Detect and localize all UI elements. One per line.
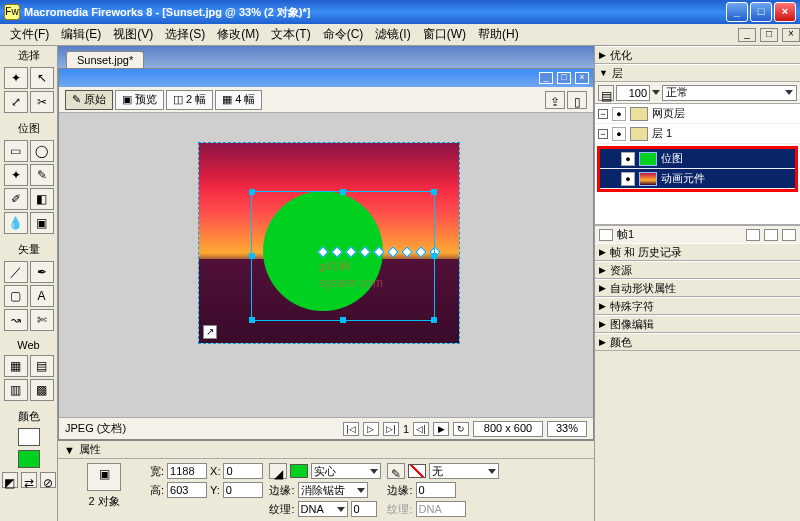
fill-picker-icon[interactable]: ◢ [269, 463, 287, 479]
y-input[interactable] [223, 482, 263, 498]
sel-handle[interactable] [340, 189, 346, 195]
show-slice-tool[interactable]: ▩ [30, 379, 54, 401]
layer-row-web[interactable]: − ● 网页层 [595, 104, 800, 124]
fill-type-dd[interactable]: 实心 [311, 463, 381, 479]
delete-layer-icon[interactable] [782, 229, 796, 241]
stroke-edge-input[interactable] [416, 482, 456, 498]
layer-item-bitmap[interactable]: ● 位图 [600, 149, 795, 169]
view-4up[interactable]: ▦4 幅 [215, 90, 262, 110]
mdi-minimize[interactable]: _ [738, 28, 756, 42]
selection-frame[interactable] [251, 191, 435, 321]
hide-slice-tool[interactable]: ▥ [4, 379, 28, 401]
text-tool[interactable]: A [30, 285, 54, 307]
panel-layers[interactable]: ▼层 [595, 64, 800, 82]
mdi-close[interactable]: × [782, 28, 800, 42]
zoom-dd[interactable]: 33% [547, 421, 587, 437]
x-input[interactable] [223, 463, 263, 479]
view-original[interactable]: ✎原始 [65, 90, 113, 110]
brush-tool[interactable]: ✎ [30, 164, 54, 186]
lasso-tool[interactable]: ◯ [30, 140, 54, 162]
marquee-tool[interactable]: ▭ [4, 140, 28, 162]
menu-select[interactable]: 选择(S) [159, 24, 211, 45]
panel-optimize[interactable]: ▶优化 [595, 46, 800, 64]
menu-window[interactable]: 窗口(W) [417, 24, 472, 45]
stroke-color-swatch[interactable] [408, 464, 426, 478]
eye-icon[interactable]: ● [612, 107, 626, 121]
fill-texture-dd[interactable]: DNA [298, 501, 348, 517]
menu-view[interactable]: 视图(V) [107, 24, 159, 45]
minimize-button[interactable]: _ [726, 2, 748, 22]
doc-restore[interactable]: □ [557, 72, 571, 84]
fill-color-swatch[interactable] [290, 464, 308, 478]
doc-close[interactable]: × [575, 72, 589, 84]
scale-tool[interactable]: ⤢ [4, 91, 28, 113]
maximize-button[interactable]: □ [750, 2, 772, 22]
height-input[interactable] [167, 482, 207, 498]
fill-texture-pct[interactable] [351, 501, 377, 517]
canvas-size-dd[interactable]: 800 x 600 [473, 421, 543, 437]
width-input[interactable] [167, 463, 207, 479]
eye-icon[interactable]: ● [612, 127, 626, 141]
play-next[interactable]: ▷| [383, 422, 399, 436]
opacity-dd-icon[interactable] [652, 90, 660, 95]
play-prev2[interactable]: ◁| [413, 422, 429, 436]
crop-tool[interactable]: ✂ [30, 91, 54, 113]
blend-mode-dd[interactable]: 正常 [662, 85, 797, 101]
fold-icon[interactable]: − [598, 109, 608, 119]
play-play[interactable]: ▷ [363, 422, 379, 436]
menu-modify[interactable]: 修改(M) [211, 24, 265, 45]
sel-handle[interactable] [249, 189, 255, 195]
rect-tool[interactable]: ▢ [4, 285, 28, 307]
pointer-tool[interactable]: ✦ [4, 67, 28, 89]
swap-colors-icon[interactable]: ⇄ [21, 472, 37, 488]
menu-command[interactable]: 命令(C) [317, 24, 370, 45]
menu-edit[interactable]: 编辑(E) [55, 24, 107, 45]
no-color-icon[interactable]: ⊘ [40, 472, 56, 488]
eye-icon[interactable]: ● [621, 172, 635, 186]
eye-icon[interactable]: ● [621, 152, 635, 166]
pencil-tool[interactable]: ✐ [4, 188, 28, 210]
properties-head[interactable]: ▼属性 [58, 441, 594, 459]
panel-imgedit[interactable]: ▶图像编辑 [595, 315, 800, 333]
sel-handle[interactable] [340, 317, 346, 323]
knife-tool[interactable]: ✄ [30, 309, 54, 331]
frame-icon[interactable] [599, 229, 613, 241]
fold-icon[interactable]: − [598, 129, 608, 139]
stroke-swatch[interactable] [18, 428, 40, 446]
line-tool[interactable]: ／ [4, 261, 28, 283]
play-forward[interactable]: ▶ [433, 422, 449, 436]
page-icon[interactable]: ▯ [567, 91, 587, 109]
sel-handle[interactable] [431, 317, 437, 323]
stroke-picker-icon[interactable]: ✎ [387, 463, 405, 479]
layer-item-anim[interactable]: ● 动画元件 [600, 169, 795, 189]
new-sublayer-icon[interactable] [746, 229, 760, 241]
subselect-tool[interactable]: ↖ [30, 67, 54, 89]
doc-tab[interactable]: Sunset.jpg* [66, 51, 144, 68]
menu-filter[interactable]: 滤镜(I) [369, 24, 416, 45]
menu-help[interactable]: 帮助(H) [472, 24, 525, 45]
sel-handle[interactable] [431, 189, 437, 195]
mdi-restore[interactable]: □ [760, 28, 778, 42]
layer-row-1[interactable]: − ● 层 1 [595, 124, 800, 144]
play-loop[interactable]: ↻ [453, 422, 469, 436]
stroke-type-dd[interactable]: 无 [429, 463, 499, 479]
panel-frames[interactable]: ▶帧 和 历史记录 [595, 243, 800, 261]
default-colors-icon[interactable]: ◩ [2, 472, 18, 488]
layer-opacity-input[interactable] [616, 85, 650, 101]
panel-colors[interactable]: ▶颜色 [595, 333, 800, 351]
sel-handle[interactable] [249, 253, 255, 259]
menu-text[interactable]: 文本(T) [265, 24, 316, 45]
close-button[interactable]: × [774, 2, 796, 22]
eraser-tool[interactable]: ◧ [30, 188, 54, 210]
blur-tool[interactable]: 💧 [4, 212, 28, 234]
canvas[interactable]: ↗ gX1网 system.com [59, 113, 593, 417]
export-icon[interactable]: ⇪ [545, 91, 565, 109]
doc-minimize[interactable]: _ [539, 72, 553, 84]
slice-tool[interactable]: ▤ [30, 355, 54, 377]
play-first[interactable]: |◁ [343, 422, 359, 436]
panel-assets[interactable]: ▶资源 [595, 261, 800, 279]
fill-swatch[interactable] [18, 450, 40, 468]
new-layer2-icon[interactable] [764, 229, 778, 241]
stamp-tool[interactable]: ▣ [30, 212, 54, 234]
hotspot-tool[interactable]: ▦ [4, 355, 28, 377]
